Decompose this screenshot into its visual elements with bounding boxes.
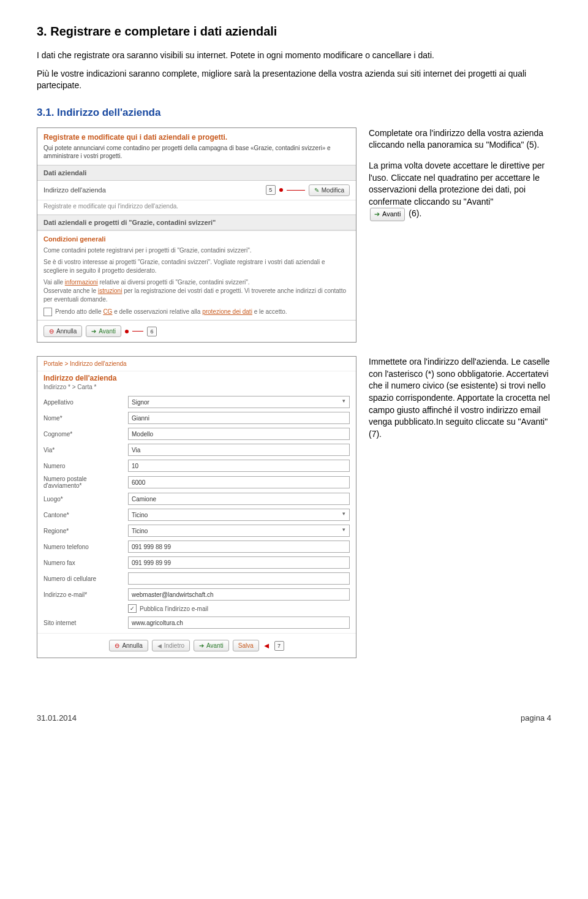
input-tel[interactable]: 091 999 88 99 (128, 541, 350, 553)
s2-footer: Annulla Indietro Avanti Salva ◄ 7 (37, 633, 356, 658)
red-dot-icon (279, 188, 283, 192)
label-luogo: Luogo* (43, 496, 123, 503)
s1-bar-progetti: Dati aziendali e progetti di "Grazie, co… (37, 214, 356, 230)
cond5-b: e delle osservazioni relative alla (112, 308, 202, 315)
screenshot-2: Portale > Indirizzo dell'azienda Indiriz… (37, 356, 356, 658)
label-numero: Numero (43, 463, 123, 469)
label-cantone: Cantone* (43, 512, 123, 518)
input-email[interactable]: webmaster@landwirtschaft.ch (128, 588, 350, 601)
input-nome[interactable]: Gianni (128, 412, 350, 424)
s1-row-subdesc: Registrate e modificate qui l'indirizzo … (37, 200, 356, 214)
marker-5: 5 (266, 185, 276, 195)
label-email: Indirizzo e-mail* (43, 591, 123, 598)
s1-row-label: Indirizzo dell'azienda (43, 186, 262, 194)
section-heading: 3. Registrare e completare i dati aziend… (37, 25, 551, 39)
s1-bar-dati: Dati aziendali (37, 165, 356, 181)
salva-button[interactable]: Salva (233, 640, 259, 651)
label-appellativo: Appellativo (43, 399, 123, 406)
modifica-button[interactable]: Modifica (309, 184, 350, 196)
s1-footer: Annulla Avanti 6 (37, 320, 356, 342)
checkbox-pubblica[interactable]: ✓ (128, 604, 137, 613)
input-sito[interactable]: www.agricoltura.ch (128, 616, 350, 629)
side1-p2-wrap: La prima volta dovete accettare le diret… (369, 160, 551, 221)
block-row-2: Portale > Indirizzo dell'azienda Indiriz… (37, 356, 551, 658)
intro-paragraph-1: I dati che registrate ora saranno visibi… (37, 50, 551, 62)
annulla-button[interactable]: Annulla (43, 325, 82, 337)
checkbox-pubblica-label: Pubblica l'indirizzo e-mail (140, 605, 208, 612)
label-cap: Numero postale d'avviamento* (43, 476, 123, 489)
input-appellativo[interactable]: Signor (128, 396, 350, 408)
cond3-text-a: Vai alle (43, 279, 65, 286)
annulla-button-2[interactable]: Annulla (109, 640, 148, 651)
cond5-wrap: Prendo atto delle CG e delle osservazion… (55, 308, 287, 316)
input-cantone[interactable]: Ticino (128, 509, 350, 521)
red-dot-icon (125, 330, 129, 333)
cond-link-privacy[interactable]: protezione dei dati (202, 308, 252, 315)
form-subtitle: Indirizzo * > Carta * (37, 384, 356, 394)
label-cell: Numero di cellulare (43, 575, 123, 582)
cond3-text-b: relative ai diversi progetti di "Grazie,… (98, 279, 250, 286)
red-line-icon (132, 331, 143, 332)
side1-p1: Completate ora l'indirizzo della vostra … (369, 127, 551, 151)
side2-p1: Immettete ora l'indirizzo dell'azienda. … (369, 356, 551, 440)
label-nome: Nome* (43, 415, 123, 422)
label-cognome: Cognome* (43, 431, 123, 438)
marker-6: 6 (147, 327, 157, 336)
cond-line-3: Vai alle informazioni relative ai divers… (43, 278, 350, 287)
label-tel: Numero telefono (43, 544, 123, 550)
side1-p2-end: (6). (406, 209, 421, 219)
cond-line-5: Prendo atto delle CG e delle osservazion… (43, 308, 350, 316)
red-line-icon (287, 190, 305, 191)
subsection-heading: 3.1. Indirizzo dell'azienda (37, 107, 551, 119)
cond4-text-a: Osservate anche le (43, 287, 98, 294)
label-sito: Sito internet (43, 620, 123, 626)
block-row-1: Registrate e modificate qui i dati azien… (37, 127, 551, 343)
cond5-c: e le accetto. (252, 308, 287, 315)
label-fax: Numero fax (43, 560, 123, 566)
side1-p2: La prima volta dovete accettare le diret… (369, 161, 545, 207)
input-cell[interactable] (128, 572, 350, 585)
avanti-chip-inline: Avanti (370, 208, 405, 221)
label-regione: Regione* (43, 528, 123, 534)
cond-link-istruzioni[interactable]: istruzioni (98, 287, 122, 294)
cond5-a: Prendo atto delle (55, 308, 103, 315)
cond-link-cg[interactable]: CG (103, 308, 112, 315)
input-cap[interactable]: 6000 (128, 476, 350, 488)
screenshot-1: Registrate e modificate qui i dati azien… (37, 127, 356, 343)
footer-date: 31.01.2014 (37, 713, 77, 723)
form-title: Indirizzo dell'azienda (37, 371, 356, 384)
input-fax[interactable]: 091 999 89 99 (128, 556, 350, 569)
page-footer: 31.01.2014 pagina 4 (37, 713, 551, 723)
avanti-button-2[interactable]: Avanti (194, 640, 229, 651)
avanti-button[interactable]: Avanti (86, 325, 121, 337)
s1-conditions: Condizioni generali Come contadini potet… (37, 230, 356, 320)
marker-7: 7 (274, 641, 284, 651)
input-cognome[interactable]: Modello (128, 428, 350, 440)
input-numero[interactable]: 10 (128, 460, 350, 472)
footer-page: pagina 4 (521, 713, 551, 723)
red-arrow-icon: ◄ (263, 641, 271, 650)
input-regione[interactable]: Ticino (128, 525, 350, 537)
s1-title: Registrate e modificate qui i dati azien… (43, 133, 350, 142)
cond-link-info[interactable]: informazioni (65, 279, 98, 286)
s1-row-indirizzo: Indirizzo dell'azienda 5 Modifica (37, 181, 356, 200)
cond-line-2: Se è di vostro interesse ai progetti "Gr… (43, 258, 350, 275)
cond-line-4: Osservate anche le istruzioni per la reg… (43, 287, 350, 304)
cond-line-1: Come contadini potete registrarvi per i … (43, 246, 350, 255)
breadcrumb[interactable]: Portale > Indirizzo dell'azienda (37, 357, 356, 371)
accept-checkbox[interactable] (43, 308, 52, 316)
input-via[interactable]: Via (128, 444, 350, 456)
indietro-button[interactable]: Indietro (152, 640, 190, 651)
side-text-2: Immettete ora l'indirizzo dell'azienda. … (369, 356, 551, 658)
label-via: Via* (43, 447, 123, 453)
cond-title: Condizioni generali (43, 235, 350, 244)
s1-desc: Qui potete annunciarvi come contadino pe… (43, 144, 350, 160)
intro-paragraph-2: Più le vostre indicazioni saranno comple… (37, 68, 551, 92)
input-luogo[interactable]: Camione (128, 493, 350, 505)
side-text-1: Completate ora l'indirizzo della vostra … (369, 127, 551, 343)
